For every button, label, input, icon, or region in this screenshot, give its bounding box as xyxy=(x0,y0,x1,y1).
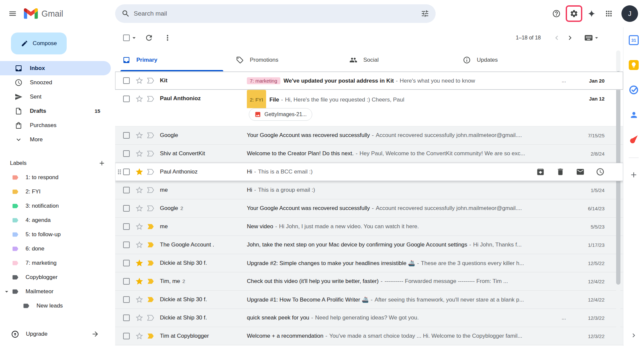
star-icon[interactable] xyxy=(135,149,144,158)
search-filters-icon[interactable] xyxy=(417,6,433,22)
star-icon[interactable] xyxy=(135,241,144,249)
email-row[interactable]: Google2 Your Google Account was recovere… xyxy=(115,199,623,218)
label-item-copyblogger[interactable]: Copyblogger xyxy=(0,270,111,284)
label-item-agenda[interactable]: 4: agenda xyxy=(0,213,111,227)
drag-handle-icon[interactable] xyxy=(116,168,123,175)
label-chip[interactable]: 2: FYI xyxy=(247,90,266,108)
label-item-to-follow-up[interactable]: 5: to follow-up xyxy=(0,227,111,242)
tab-primary[interactable]: Primary xyxy=(115,48,229,71)
main-menu-icon[interactable] xyxy=(5,6,21,22)
importance-icon[interactable] xyxy=(146,295,155,304)
label-item-to-respond[interactable]: 1: to respond xyxy=(0,170,111,184)
star-icon[interactable] xyxy=(135,76,144,85)
star-icon[interactable] xyxy=(135,186,144,194)
mailmeteor-icon[interactable] xyxy=(626,132,641,147)
label-item-mailmeteor[interactable]: Mailmeteor xyxy=(0,284,111,299)
get-addons-icon[interactable] xyxy=(626,167,641,182)
star-icon[interactable] xyxy=(135,204,144,213)
apps-grid-icon[interactable] xyxy=(601,6,617,22)
email-row[interactable]: Paul Anthonioz Hi-This is a BCC email :) xyxy=(115,163,623,181)
label-item-marketing[interactable]: 7: marketing xyxy=(0,256,111,270)
sidebar-item-drafts[interactable]: Drafts 15 xyxy=(0,104,111,118)
importance-icon[interactable] xyxy=(146,149,155,158)
newer-page-icon[interactable] xyxy=(550,31,563,44)
email-checkbox[interactable] xyxy=(123,314,130,321)
settings-icon[interactable] xyxy=(567,7,581,21)
tab-social[interactable]: Social xyxy=(342,48,456,71)
importance-icon[interactable] xyxy=(146,76,155,85)
tab-promotions[interactable]: Promotions xyxy=(229,48,342,71)
importance-icon[interactable] xyxy=(146,277,155,286)
email-row[interactable]: Tim, me2 Check out this video (it'll hel… xyxy=(115,272,623,291)
star-icon[interactable] xyxy=(135,277,144,286)
importance-icon[interactable] xyxy=(146,222,155,231)
label-item-fyi[interactable]: 2: FYI xyxy=(0,184,111,199)
scrollbar[interactable] xyxy=(616,50,620,344)
email-row[interactable]: Tim at Copyblogger Welcome + a recommend… xyxy=(115,327,623,345)
email-row[interactable]: Paul Anthonioz 2: FYIFile-Hi, Here's the… xyxy=(115,90,623,126)
email-checkbox[interactable] xyxy=(123,169,130,175)
star-icon[interactable] xyxy=(135,168,144,176)
email-row[interactable]: Google Your Google Account was recovered… xyxy=(115,126,623,145)
importance-icon[interactable] xyxy=(146,332,155,340)
email-checkbox[interactable] xyxy=(123,260,130,266)
email-checkbox[interactable] xyxy=(123,77,130,84)
email-checkbox[interactable] xyxy=(123,333,130,339)
search-bar[interactable] xyxy=(115,4,436,23)
upgrade-button[interactable]: Upgrade xyxy=(0,326,115,342)
star-icon[interactable] xyxy=(135,131,144,140)
email-checkbox[interactable] xyxy=(123,242,130,248)
email-checkbox[interactable] xyxy=(123,296,130,303)
select-all-checkbox[interactable] xyxy=(123,35,130,41)
importance-icon[interactable] xyxy=(146,168,155,176)
refresh-icon[interactable] xyxy=(142,31,156,45)
label-item-notification[interactable]: 3: notification xyxy=(0,199,111,213)
importance-icon[interactable] xyxy=(146,259,155,267)
sidebar-item-snoozed[interactable]: Snoozed xyxy=(0,75,111,90)
email-checkbox[interactable] xyxy=(123,132,130,139)
importance-icon[interactable] xyxy=(146,131,155,140)
avatar[interactable]: J xyxy=(621,5,638,22)
select-dropdown-icon[interactable] xyxy=(130,34,138,41)
delete-icon[interactable] xyxy=(556,168,565,176)
email-checkbox[interactable] xyxy=(123,205,130,212)
contacts-icon[interactable] xyxy=(626,107,641,122)
create-label-icon[interactable] xyxy=(96,157,108,169)
search-icon[interactable] xyxy=(118,6,134,22)
importance-icon[interactable] xyxy=(146,95,155,103)
email-row[interactable]: Kit 7: marketingWe've updated your posta… xyxy=(115,72,623,90)
email-checkbox[interactable] xyxy=(123,223,130,230)
email-row[interactable]: me New video-Hi John, I just made a new … xyxy=(115,218,623,236)
importance-icon[interactable] xyxy=(146,241,155,249)
tab-updates[interactable]: Updates xyxy=(456,48,569,71)
gemini-sparkle-icon[interactable] xyxy=(584,6,600,22)
email-checkbox[interactable] xyxy=(123,278,130,285)
calendar-icon[interactable]: 31 xyxy=(626,33,641,48)
help-icon[interactable] xyxy=(548,6,564,22)
star-icon[interactable] xyxy=(135,332,144,340)
label-item-done[interactable]: 6: done xyxy=(0,242,111,256)
email-row[interactable]: Dickie at Ship 30 f. Upgrade #2: Simple … xyxy=(115,254,623,272)
older-page-icon[interactable] xyxy=(563,31,577,44)
star-icon[interactable] xyxy=(135,95,144,103)
gmail-logo[interactable]: Gmail xyxy=(24,8,63,19)
sidebar-item-sent[interactable]: Sent xyxy=(0,90,111,104)
mark-unread-icon[interactable] xyxy=(576,168,585,176)
sidebar-item-inbox[interactable]: Inbox xyxy=(0,61,111,75)
attachment-chip[interactable]: GettyImages-21... xyxy=(249,108,312,121)
sidebar-item-more[interactable]: More xyxy=(0,132,111,147)
input-tools-icon[interactable] xyxy=(584,33,600,42)
keep-icon[interactable] xyxy=(626,57,641,73)
snooze-icon[interactable] xyxy=(596,168,605,176)
archive-icon[interactable] xyxy=(536,168,545,176)
email-row[interactable]: me Hi-This is a group email :) 1/5/24 xyxy=(115,181,623,199)
importance-icon[interactable] xyxy=(146,313,155,322)
email-row[interactable]: Dickie at Ship 30 f. Upgrade #1: How To … xyxy=(115,291,623,309)
email-checkbox[interactable] xyxy=(123,187,130,193)
label-chip[interactable]: 7: marketing xyxy=(247,77,280,84)
more-options-icon[interactable] xyxy=(160,31,175,45)
collapse-panel-icon[interactable] xyxy=(627,329,640,342)
compose-button[interactable]: Compose xyxy=(11,33,67,54)
email-row[interactable]: Dickie at Ship 30 f. quick sneak peek fo… xyxy=(115,309,623,327)
sidebar-item-purchases[interactable]: Purchases xyxy=(0,118,111,132)
